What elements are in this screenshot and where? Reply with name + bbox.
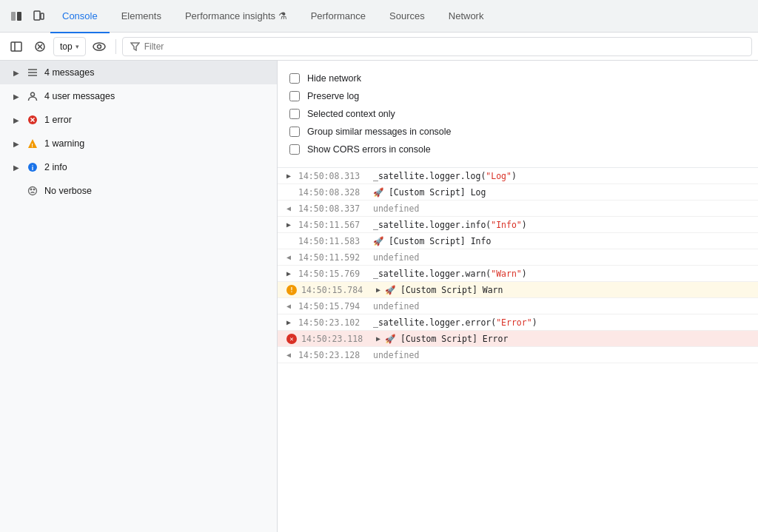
device-toggle-icon[interactable] [28,6,49,27]
entry-text-10: _satellite.logger.error("Error") [373,317,752,328]
arrow-messages: ▶ [12,68,21,77]
console-entry-3[interactable]: ◀ 14:50:08.337 undefined [278,201,758,217]
entry-time-4: 14:50:11.567 [298,220,369,230]
chevron-down-icon: ▾ [76,43,79,50]
hide-network-checkbox[interactable] [289,73,300,84]
sidebar-item-user-messages[interactable]: ▶ 4 user messages [0,84,277,108]
filter-label: Filter [144,41,164,52]
return-arrow-9: ◀ [286,302,294,310]
clear-console-btn[interactable] [30,36,50,57]
svg-text:!: ! [31,142,33,149]
entry-text-6: undefined [373,252,752,263]
sidebar-item-errors[interactable]: ▶ 1 error [0,108,277,132]
user-icon [27,90,38,102]
preserve-log-checkbox[interactable] [289,91,300,101]
entry-time-10: 14:50:23.102 [298,317,369,328]
sidebar-user-messages-label: 4 user messages [44,91,115,101]
filter-container: Filter [122,37,752,56]
sidebar-info-label: 2 info [44,162,67,172]
warning-triangle-icon: ! [27,138,38,149]
sidebar-item-info[interactable]: ▶ i 2 info [0,155,277,179]
entry-time-12: 14:50:23.128 [298,350,369,360]
expand-arrow-1: ▶ [286,172,294,180]
selected-context-label: Selected context only [307,109,395,119]
error-circle-icon [27,114,38,126]
svg-point-10 [97,44,101,48]
svg-point-15 [31,92,35,96]
top-tab-bar: Console Elements Performance insights ⚗ … [0,0,758,33]
console-entry-4[interactable]: ▶ 14:50:11.567 _satellite.logger.info("I… [278,217,758,233]
svg-rect-3 [41,13,44,19]
console-entry-6[interactable]: ◀ 14:50:11.592 undefined [278,249,758,266]
expand-arrow-10: ▶ [286,318,294,326]
expand-arrow-7: ▶ [286,269,294,277]
sidebar-messages-label: 4 messages [44,67,94,78]
filter-hide-network[interactable]: Hide network [289,70,746,87]
console-entry-7[interactable]: ▶ 14:50:15.769 _satellite.logger.warn("W… [278,266,758,282]
entry-time-3: 14:50:08.337 [298,203,369,214]
entry-text-9: undefined [373,301,752,312]
group-similar-label: Group similar messages in console [307,127,452,137]
tab-elements[interactable]: Elements [110,1,173,33]
console-entry-9[interactable]: ◀ 14:50:15.794 undefined [278,298,758,314]
sidebar-item-warnings[interactable]: ▶ ! 1 warning [0,132,277,155]
tab-performance[interactable]: Performance [299,1,378,33]
info-circle-icon: i [27,161,38,173]
entry-time-7: 14:50:15.769 [298,269,369,279]
console-entry-12[interactable]: ◀ 14:50:23.128 undefined [278,347,758,363]
svg-rect-0 [11,12,16,21]
arrow-info: ▶ [12,163,21,172]
cors-errors-checkbox[interactable] [289,144,300,155]
console-entry-1[interactable]: ▶ 14:50:08.313 _satellite.logger.log("Lo… [278,168,758,184]
filter-options-panel: Hide network Preserve log Selected conte… [278,61,758,168]
filter-selected-context[interactable]: Selected context only [289,105,746,123]
error-icon-11: ✕ [286,334,297,344]
tab-network[interactable]: Network [437,1,496,33]
expand-arrow-8: ▶ [376,286,380,294]
entry-text-5: 🚀 [Custom Script] Info [373,236,752,246]
tab-sources[interactable]: Sources [378,1,437,33]
console-entry-5[interactable]: 14:50:11.583 🚀 [Custom Script] Info [278,233,758,249]
entry-text-8: 🚀 [Custom Script] Warn [385,285,752,295]
context-selector[interactable]: top ▾ [53,37,86,56]
tab-console[interactable]: Console [50,1,110,33]
svg-rect-4 [11,42,21,51]
svg-rect-2 [34,11,40,20]
context-label: top [60,41,73,52]
arrow-errors: ▶ [12,115,21,124]
sidebar-toggle-btn[interactable] [6,36,27,57]
entry-text-12: undefined [373,350,752,360]
tab-performance-insights[interactable]: Performance insights ⚗ [173,1,299,33]
entry-time-9: 14:50:15.794 [298,301,369,312]
svg-point-23 [29,187,37,195]
filter-preserve-log[interactable]: Preserve log [289,87,746,105]
sidebar-item-verbose[interactable]: No verbose [0,179,277,203]
entry-time-11: 14:50:23.118 [301,334,372,344]
console-entry-2[interactable]: 14:50:08.328 🚀 [Custom Script] Log [278,184,758,201]
entry-time-6: 14:50:11.592 [298,252,369,263]
entry-time-8: 14:50:15.784 [301,285,372,295]
filter-icon [130,41,140,51]
return-arrow-3: ◀ [286,204,294,212]
verbose-icon [27,185,38,197]
expand-arrow-11: ▶ [376,334,380,343]
entry-text-2: 🚀 [Custom Script] Log [373,187,752,198]
eye-icon[interactable] [89,36,110,57]
svg-text:i: i [32,164,34,172]
cors-errors-label: Show CORS errors in console [307,144,431,155]
warning-icon-8: ! [286,285,297,295]
entry-text-7: _satellite.logger.warn("Warn") [373,269,752,279]
entry-text-11: 🚀 [Custom Script] Error [385,334,752,344]
filter-cors-errors[interactable]: Show CORS errors in console [289,141,746,158]
console-entry-11-error[interactable]: ✕ 14:50:23.118 ▶ 🚀 [Custom Script] Error [278,331,758,347]
hide-network-label: Hide network [307,73,361,84]
console-entry-8-warning[interactable]: ! 14:50:15.784 ▶ 🚀 [Custom Script] Warn [278,282,758,298]
filter-group-similar[interactable]: Group similar messages in console [289,123,746,141]
sidebar-warnings-label: 1 warning [44,138,84,149]
console-entry-10[interactable]: ▶ 14:50:23.102 _satellite.logger.error("… [278,314,758,331]
dock-icon[interactable] [6,6,27,27]
group-similar-checkbox[interactable] [289,127,300,137]
entry-time-5: 14:50:11.583 [298,236,369,246]
sidebar-item-messages[interactable]: ▶ 4 messages [0,61,277,84]
selected-context-checkbox[interactable] [289,109,300,119]
